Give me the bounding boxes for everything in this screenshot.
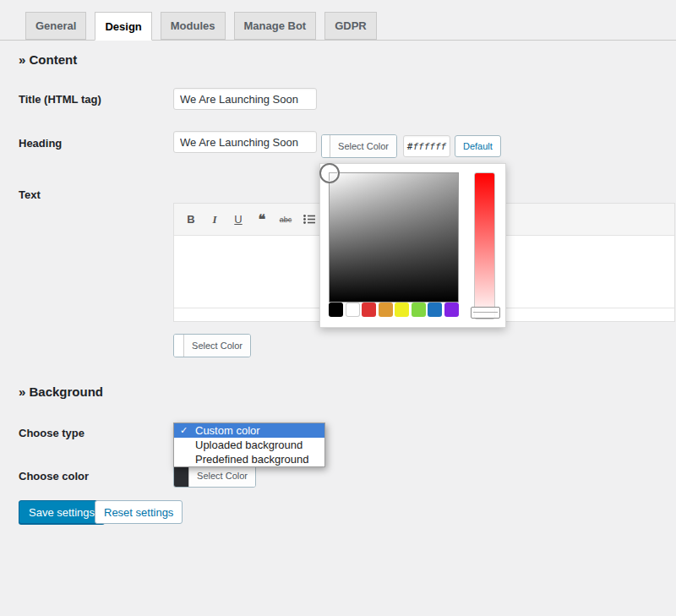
- bullet-list-icon[interactable]: [301, 210, 318, 229]
- tab-modules[interactable]: Modules: [161, 12, 226, 40]
- dropdown-option-predefined-background[interactable]: Predefined background: [174, 452, 324, 466]
- content-section-heading: » Content: [19, 52, 77, 67]
- dropdown-option-label: Custom color: [195, 424, 260, 437]
- heading-label: Heading: [19, 137, 62, 150]
- background-select-color-button[interactable]: Select Color: [173, 464, 256, 488]
- background-color-swatch: [174, 465, 189, 487]
- strikethrough-icon[interactable]: abc: [277, 210, 294, 229]
- settings-page: General Design Modules Manage Bot GDPR »…: [0, 0, 676, 616]
- title-input[interactable]: [173, 88, 317, 110]
- heading-input[interactable]: [173, 131, 317, 153]
- color-picker-popup: [319, 163, 506, 328]
- choose-type-dropdown: ✓ Custom color Uploaded background Prede…: [173, 422, 325, 467]
- background-section-heading: » Background: [19, 384, 103, 399]
- background-select-color-label: Select Color: [189, 465, 255, 487]
- tab-general[interactable]: General: [25, 12, 86, 40]
- heading-hex-input[interactable]: [403, 135, 450, 157]
- choose-color-label: Choose color: [19, 470, 89, 482]
- choose-type-label: Choose type: [19, 427, 84, 439]
- palette-swatch-white[interactable]: [346, 303, 360, 317]
- hue-slider-handle[interactable]: [471, 307, 500, 319]
- color-palette: [329, 303, 459, 317]
- italic-icon[interactable]: I: [206, 210, 223, 229]
- saturation-value-square[interactable]: [329, 172, 459, 303]
- palette-swatch-orange[interactable]: [379, 303, 393, 317]
- palette-swatch-yellow[interactable]: [395, 303, 409, 317]
- text-select-color-button[interactable]: Select Color: [173, 334, 251, 357]
- tab-manage-bot[interactable]: Manage Bot: [234, 12, 317, 40]
- palette-swatch-black[interactable]: [329, 303, 343, 317]
- tab-design[interactable]: Design: [95, 12, 151, 41]
- text-select-color-label: Select Color: [184, 335, 250, 357]
- palette-swatch-purple[interactable]: [444, 303, 459, 317]
- heading-default-button[interactable]: Default: [455, 135, 501, 157]
- heading-select-color-label: Select Color: [330, 135, 396, 157]
- heading-color-swatch: [322, 135, 330, 157]
- heading-select-color-button[interactable]: Select Color: [321, 134, 397, 158]
- reset-settings-button[interactable]: Reset settings: [95, 500, 183, 524]
- bold-icon[interactable]: B: [183, 210, 199, 229]
- palette-swatch-blue[interactable]: [428, 303, 442, 317]
- dropdown-option-uploaded-background[interactable]: Uploaded background: [174, 438, 324, 452]
- text-color-swatch: [174, 335, 184, 357]
- tab-gdpr[interactable]: GDPR: [324, 12, 377, 40]
- square-handle-icon[interactable]: [319, 163, 340, 183]
- tab-bar: General Design Modules Manage Bot GDPR: [25, 12, 377, 41]
- palette-swatch-red[interactable]: [362, 303, 376, 317]
- title-label: Title (HTML tag): [19, 93, 101, 106]
- palette-swatch-green[interactable]: [412, 303, 426, 317]
- blockquote-icon[interactable]: ❝: [254, 210, 270, 229]
- save-settings-button[interactable]: Save settings: [19, 500, 105, 524]
- dropdown-option-custom-color[interactable]: ✓ Custom color: [174, 423, 324, 438]
- underline-icon[interactable]: U: [230, 210, 247, 229]
- hue-strip[interactable]: [474, 172, 495, 319]
- text-label: Text: [19, 188, 41, 201]
- checkmark-icon: ✓: [180, 423, 188, 438]
